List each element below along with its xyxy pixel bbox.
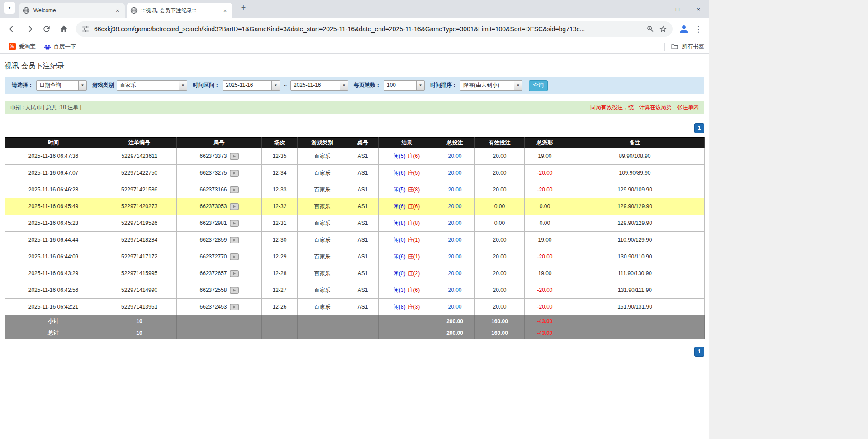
refresh-button[interactable] <box>39 21 54 37</box>
tab-search-button[interactable]: ▾ <box>4 2 15 14</box>
payout-value: -20.00 <box>537 287 552 293</box>
cell-payout: 19.00 <box>525 148 565 165</box>
total-bet-link[interactable]: 20.00 <box>448 287 461 293</box>
total-bet-link[interactable]: 20.00 <box>448 170 461 176</box>
forward-icon <box>25 24 34 33</box>
home-button[interactable] <box>56 21 71 37</box>
tab-close-icon[interactable]: × <box>114 7 121 14</box>
summary-row: 总计10200.00160.00-43.00 <box>5 327 705 339</box>
cell-valid-bet: 0.00 <box>475 198 525 215</box>
total-bet-link[interactable]: 20.00 <box>448 270 461 277</box>
per-page-select[interactable]: 100 ▼ <box>384 80 425 91</box>
all-bookmarks-button[interactable]: 所有书签 <box>682 43 704 51</box>
page-title: 视讯 会员下注纪录 <box>5 54 704 71</box>
tab-welcome[interactable]: Welcome × <box>19 3 125 18</box>
column-header: 时间 <box>5 138 102 148</box>
date-type-value: 日期查询 <box>37 81 78 90</box>
cell-game-type: 百家乐 <box>298 215 347 232</box>
cell-note: 109.90/89.90 <box>565 165 705 181</box>
cell-game-type: 百家乐 <box>298 299 347 315</box>
date-end-value: 2025-11-16 <box>291 81 340 90</box>
chevron-down-icon[interactable]: ▼ <box>78 81 86 90</box>
total-bet-link[interactable]: 20.00 <box>448 153 461 159</box>
menu-button[interactable]: ⋮ <box>692 21 705 37</box>
chevron-down-icon[interactable]: ▼ <box>514 81 522 90</box>
cell-payout: 19.00 <box>525 265 565 282</box>
search-button[interactable]: 查询 <box>529 80 548 91</box>
result-banker: 庄(5) <box>408 170 420 176</box>
date-type-select[interactable]: 日期查询 ▼ <box>36 80 87 91</box>
video-replay-icon[interactable] <box>230 170 239 177</box>
result-player: 闲(6) <box>394 253 406 260</box>
cell-session: 12-32 <box>262 198 298 215</box>
page-number-button[interactable]: 1 <box>694 347 704 357</box>
per-page-label: 每页笔数： <box>354 81 381 89</box>
refresh-icon <box>42 24 51 33</box>
video-replay-icon[interactable] <box>230 237 239 243</box>
total-bet-link[interactable]: 20.00 <box>448 220 461 226</box>
game-type-label: 游戏类别 <box>92 81 114 89</box>
chevron-down-icon[interactable]: ▼ <box>416 81 424 90</box>
payout-value: 19.00 <box>538 270 551 277</box>
tab-betrecord[interactable]: :::视讯, 会员下注纪录::: × <box>127 3 232 18</box>
total-bet-link[interactable]: 20.00 <box>448 186 461 193</box>
cell-payout: -20.00 <box>525 299 565 315</box>
per-page-value: 100 <box>384 81 416 90</box>
maximize-button[interactable]: □ <box>667 0 688 18</box>
profile-button[interactable] <box>676 21 692 37</box>
total-bet-link[interactable]: 20.00 <box>448 203 461 210</box>
chevron-down-icon[interactable]: ▼ <box>340 81 348 90</box>
video-replay-icon[interactable] <box>230 287 239 294</box>
taobao-icon: 淘 <box>9 43 16 50</box>
minimize-button[interactable]: — <box>646 0 667 18</box>
date-start-select[interactable]: 2025-11-16 ▼ <box>223 80 280 91</box>
result-banker: 庄(6) <box>408 203 420 210</box>
video-replay-icon[interactable] <box>230 220 239 227</box>
total-bet-link[interactable]: 20.00 <box>448 253 461 260</box>
video-replay-icon[interactable] <box>230 304 239 310</box>
bookmark-taobao[interactable]: 淘 爱淘宝 <box>5 42 40 52</box>
summary-payout: -43.00 <box>525 315 565 327</box>
video-replay-icon[interactable] <box>230 253 239 260</box>
tab-strip: ▾ Welcome × :::视讯, 会员下注纪录::: × + — □ × <box>0 0 709 18</box>
forward-button[interactable] <box>22 21 37 37</box>
video-replay-icon[interactable] <box>230 203 239 210</box>
cell-time: 2025-11-16 06:43:29 <box>5 265 102 282</box>
bookmark-star-icon[interactable] <box>659 25 667 33</box>
table-row: 2025-11-16 06:43:29522971415995662372657… <box>5 265 705 282</box>
browser-window: ▾ Welcome × :::视讯, 会员下注纪录::: × + — □ × <box>0 0 709 439</box>
chevron-down-icon[interactable]: ▼ <box>179 81 187 90</box>
page-number-button[interactable]: 1 <box>694 123 704 133</box>
round-number: 662372770 <box>199 253 227 260</box>
result-banker: 庄(1) <box>408 237 420 243</box>
bookmark-baidu[interactable]: 百度一下 <box>40 42 81 52</box>
new-tab-button[interactable]: + <box>237 2 250 14</box>
video-replay-icon[interactable] <box>230 186 239 193</box>
profile-icon <box>678 24 689 34</box>
cell-round: 662372770 <box>177 248 262 265</box>
cell-session: 12-28 <box>262 265 298 282</box>
game-type-select[interactable]: 百家乐 ▼ <box>117 80 187 91</box>
tab-close-icon[interactable]: × <box>221 7 229 14</box>
close-button[interactable]: × <box>688 0 709 18</box>
cell-result: 闲(6)庄(5) <box>379 165 435 181</box>
video-replay-icon[interactable] <box>230 270 239 277</box>
date-end-select[interactable]: 2025-11-16 ▼ <box>290 80 348 91</box>
total-bet-link[interactable]: 20.00 <box>448 304 461 310</box>
sort-select[interactable]: 降幂(由大到小) ▼ <box>460 80 522 91</box>
back-button[interactable] <box>5 21 20 37</box>
cell-note: 111.90/130.90 <box>565 265 705 282</box>
result-player: 闲(5) <box>394 186 406 193</box>
cell-session: 12-26 <box>262 299 298 315</box>
zoom-icon[interactable] <box>646 25 655 33</box>
column-header: 总派彩 <box>525 138 565 148</box>
chevron-down-icon[interactable]: ▼ <box>271 81 280 90</box>
result-banker: 庄(1) <box>408 253 420 260</box>
video-replay-icon[interactable] <box>230 153 239 160</box>
cell-time: 2025-11-16 06:47:07 <box>5 165 102 181</box>
total-bet-link[interactable]: 20.00 <box>448 237 461 243</box>
cell-valid-bet: 20.00 <box>475 282 525 299</box>
url-bar[interactable]: 66cxkj98.com/game/betrecord_search/kind3… <box>76 21 673 37</box>
cell-payout: 0.00 <box>525 215 565 232</box>
site-info-icon[interactable] <box>81 25 90 33</box>
